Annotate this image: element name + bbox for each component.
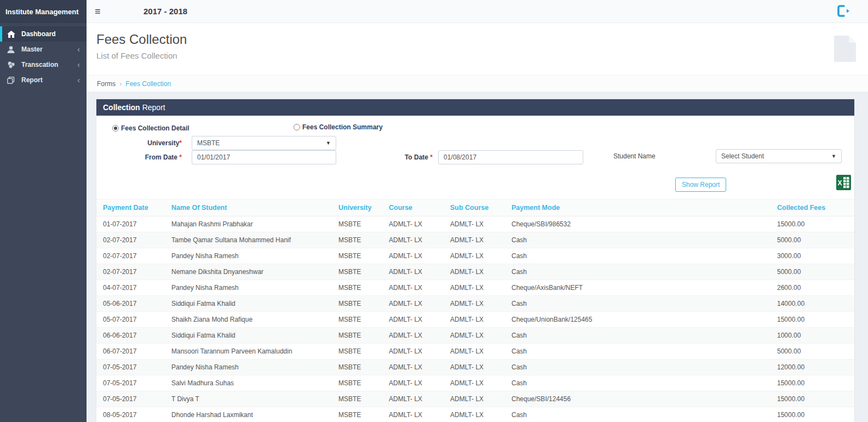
cell-course: ADMLT- LX [382,360,444,375]
cell-course: ADMLT- LX [382,216,444,232]
breadcrumb-current[interactable]: Fees Collection [125,80,171,88]
cell-course: ADMLT- LX [382,375,444,391]
cell-university: MSBTE [332,296,382,312]
table-row[interactable]: 07-05-2017 T Divya T MSBTE ADMLT- LX ADM… [96,391,854,407]
cell-payment-mode: Cheque/SBI/986532 [505,216,771,232]
table-row[interactable]: 08-05-2017 Dhonde Harshad Laxmikant MSBT… [96,407,854,422]
table-row[interactable]: 05-07-2017 Shaikh Ziana Mohd Rafique MSB… [96,312,854,328]
cell-payment-mode: Cash [505,264,771,280]
university-selected-value: MSBTE [197,139,220,147]
cell-university: MSBTE [332,264,382,280]
cell-university: MSBTE [332,312,382,328]
cell-sub-course: ADMLT- LX [444,280,505,296]
cell-payment-mode: Cash [505,248,771,264]
sidebar-item-transcation[interactable]: Transcation ‹ [0,57,87,72]
table-row[interactable]: 02-07-2017 Nemane Dikshita Dnyaneshwar M… [96,264,854,280]
table-row[interactable]: 05-06-2017 Siddiqui Fatma Khalid MSBTE A… [96,296,854,312]
student-name-select[interactable]: Select Student ▼ [716,149,842,163]
cell-payment-date: 08-05-2017 [96,407,165,422]
sidebar-item-master[interactable]: Master ‹ [0,42,87,57]
col-name-of-student[interactable]: Name Of Student [165,199,332,216]
table-row[interactable]: 07-05-2017 Salvi Madhura Suhas MSBTE ADM… [96,375,854,391]
table-row[interactable]: 02-07-2017 Pandey Nisha Ramesh MSBTE ADM… [96,248,854,264]
cell-payment-date: 02-07-2017 [96,248,165,264]
student-name-label: Student Name [613,152,656,160]
cell-name-of-student: Pandey Nisha Ramesh [165,280,332,296]
col-university[interactable]: University [332,199,382,216]
chevron-left-icon: ‹ [77,60,80,69]
cell-university: MSBTE [332,280,382,296]
col-payment-mode[interactable]: Payment Mode [505,199,771,216]
cell-payment-date: 02-07-2017 [96,232,165,248]
cell-collected-fees: 5000.00 [771,344,854,360]
coins-icon [7,61,16,69]
sidebar-item-report[interactable]: Report ‹ [0,72,87,88]
cell-university: MSBTE [332,232,382,248]
chevron-down-icon: ▼ [831,153,836,159]
cell-name-of-student: Shaikh Ziana Mohd Rafique [165,312,332,328]
show-report-button[interactable]: Show Report [675,178,726,192]
university-select[interactable]: MSBTE ▼ [192,136,336,150]
from-date-input[interactable]: 01/01/2017 [192,150,336,164]
home-icon [7,30,16,38]
cell-university: MSBTE [332,344,382,360]
table-row[interactable]: 07-05-2017 Pandey Nisha Ramesh MSBTE ADM… [96,360,854,375]
to-date-input[interactable]: 01/08/2017 [438,150,583,164]
cell-university: MSBTE [332,375,382,391]
cell-university: MSBTE [332,216,382,232]
cell-sub-course: ADMLT- LX [444,360,505,375]
cell-payment-date: 06-07-2017 [96,344,165,360]
cell-sub-course: ADMLT- LX [444,344,505,360]
table-row[interactable]: 06-07-2017 Mansoori Tarannum Parveen Kam… [96,344,854,360]
sidebar-nav: Dashboard Master ‹ Transcation ‹ [0,26,87,88]
sidebar-item-label: Dashboard [21,30,56,38]
cell-sub-course: ADMLT- LX [444,375,505,391]
table-row[interactable]: 04-07-2017 Pandey Nisha Ramesh MSBTE ADM… [96,280,854,296]
from-date-value: 01/01/2017 [197,153,230,161]
pages-icon [7,76,16,84]
breadcrumb: Forms › Fees Collection [87,75,868,92]
radio-fees-collection-detail[interactable]: Fees Collection Detail [112,124,189,132]
cell-name-of-student: Salvi Madhura Suhas [165,375,332,391]
cell-course: ADMLT- LX [382,328,444,344]
main-area: ≡ 2017 - 2018 Fees Collection List of Fe… [87,0,868,422]
radio-icon[interactable] [112,125,119,132]
cell-collected-fees: 5000.00 [771,264,854,280]
cell-course: ADMLT- LX [382,407,444,422]
hamburger-menu-icon[interactable]: ≡ [95,7,101,16]
cell-payment-mode: Cash [505,296,771,312]
cell-university: MSBTE [332,360,382,375]
table-row[interactable]: 01-07-2017 Mahajan Rashmi Prabhakar MSBT… [96,216,854,232]
col-course[interactable]: Course [382,199,444,216]
table-row[interactable]: 06-06-2017 Siddiqui Fatma Khalid MSBTE A… [96,328,854,344]
app-logo-title: Institute Management [0,0,87,23]
col-payment-date[interactable]: Payment Date [96,199,165,216]
sidebar-item-dashboard[interactable]: Dashboard [0,26,87,42]
student-selected-value: Select Student [721,152,764,160]
radio-icon[interactable] [294,124,300,130]
cell-payment-date: 07-05-2017 [96,360,165,375]
breadcrumb-root[interactable]: Forms [97,80,116,88]
cell-name-of-student: T Divya T [165,391,332,407]
document-watermark-icon [834,36,856,64]
content-area: Collection Report Fees Collection Detail… [87,92,868,422]
from-date-label: From Date * [96,153,182,161]
cell-university: MSBTE [332,248,382,264]
col-sub-course[interactable]: Sub Course [444,199,505,216]
cell-name-of-student: Mahajan Rashmi Prabhakar [165,216,332,232]
cell-course: ADMLT- LX [382,296,444,312]
cell-sub-course: ADMLT- LX [444,248,505,264]
cell-payment-date: 05-06-2017 [96,296,165,312]
cell-payment-mode: Cheque/AxisBank/NEFT [505,280,771,296]
radio-fees-collection-summary[interactable]: Fees Collection Summary [294,123,383,131]
table-row[interactable]: 02-07-2017 Tambe Qamar Sultana Mohammed … [96,232,854,248]
cell-collected-fees: 15000.00 [771,375,854,391]
cell-payment-mode: Cheque/UnionBank/125465 [505,312,771,328]
sign-out-icon[interactable] [837,5,850,19]
panel-title-rest: Report [142,103,165,112]
cell-payment-mode: Cash [505,232,771,248]
excel-export-icon[interactable]: X [836,175,851,192]
cell-collected-fees: 15000.00 [771,312,854,328]
sidebar-item-label: Report [21,76,43,84]
col-collected-fees[interactable]: Collected Fees [771,199,854,216]
